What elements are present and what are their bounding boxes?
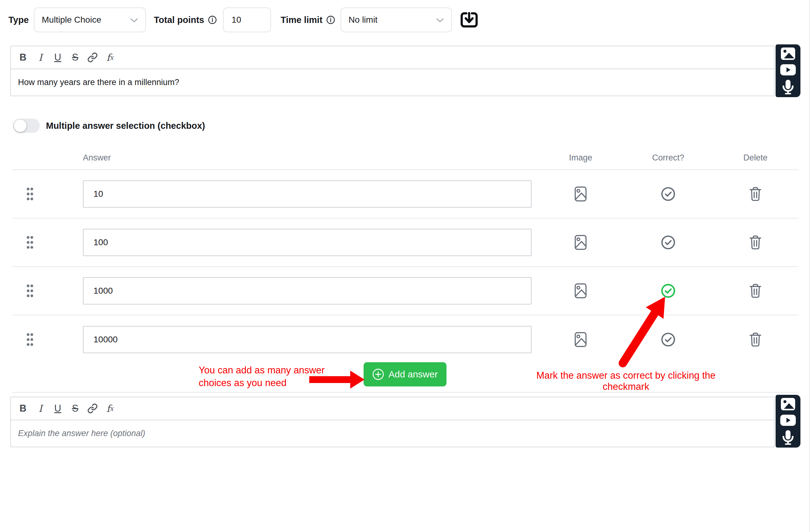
answer-row (12, 267, 799, 315)
strikethrough-button[interactable]: S (69, 401, 81, 416)
answer-column-header: Answer (83, 153, 111, 163)
explanation-input[interactable] (18, 423, 757, 444)
time-limit-label: Time limit (281, 15, 323, 25)
formula-button[interactable]: fx (104, 401, 116, 416)
time-limit-select[interactable]: No limit (341, 7, 452, 32)
total-points-label: Total points (154, 15, 204, 25)
question-type-value: Multiple Choice (42, 15, 101, 25)
microphone-icon[interactable] (782, 79, 794, 94)
explanation-editor-box: B I U S fx (10, 397, 775, 447)
explanation-format-toolbar: B I U S fx (11, 397, 774, 420)
answer-input[interactable] (83, 277, 532, 304)
answers-table: Answer Image Correct? Delete (12, 146, 799, 393)
multiple-answer-toggle-row: Multiple answer selection (checkbox) (13, 119, 205, 133)
italic-button[interactable]: I (34, 50, 46, 65)
answer-image-icon[interactable] (572, 234, 589, 250)
question-media-panel (776, 44, 800, 97)
mark-correct-icon-selected[interactable] (661, 284, 675, 298)
youtube-icon[interactable] (780, 64, 796, 75)
answer-image-icon[interactable] (572, 283, 589, 299)
multiple-answer-toggle-label: Multiple answer selection (checkbox) (46, 121, 205, 131)
answer-input[interactable] (83, 326, 532, 353)
answer-image-icon[interactable] (572, 186, 589, 202)
toggle-knob (14, 120, 26, 132)
image-icon[interactable] (781, 47, 795, 60)
correct-answer-annotation: Mark the answer as correct by clicking t… (516, 370, 736, 392)
question-format-toolbar: B I U S fx (11, 46, 774, 69)
chevron-down-icon (131, 15, 138, 25)
quiz-question-editor: Type Multiple Choice Total points Time l… (0, 0, 811, 532)
bold-button[interactable]: B (17, 50, 29, 65)
youtube-icon[interactable] (780, 415, 796, 426)
explanation-content (11, 420, 774, 447)
image-icon[interactable] (781, 397, 795, 411)
add-answer-annotation: You can add as many answer choices as yo… (199, 364, 325, 389)
add-answer-button-label: Add answer (388, 369, 438, 380)
microphone-icon[interactable] (782, 430, 794, 445)
time-limit-info-icon[interactable] (326, 16, 335, 24)
question-editor-section: B I U S fx How many years are there in a… (10, 46, 800, 97)
chevron-down-icon (436, 15, 444, 25)
delete-answer-icon[interactable] (749, 187, 762, 201)
question-editor-box: B I U S fx How many years are there in a… (10, 46, 775, 96)
strikethrough-button[interactable]: S (69, 50, 81, 65)
answer-input[interactable] (83, 229, 532, 256)
bold-button[interactable]: B (17, 401, 29, 416)
answer-row (12, 315, 799, 364)
underline-button[interactable]: U (52, 401, 64, 416)
add-answer-button[interactable]: Add answer (364, 362, 446, 387)
drag-handle-icon[interactable] (26, 284, 33, 298)
answers-table-header: Answer Image Correct? Delete (12, 146, 799, 170)
download-icon[interactable] (460, 12, 478, 28)
plus-circle-icon (372, 369, 384, 380)
italic-button[interactable]: I (34, 401, 46, 416)
total-points-input[interactable] (223, 7, 271, 32)
drag-handle-icon[interactable] (26, 236, 33, 249)
question-type-select[interactable]: Multiple Choice (34, 7, 146, 32)
delete-answer-icon[interactable] (749, 235, 762, 250)
image-column-header: Image (557, 153, 604, 163)
delete-answer-icon[interactable] (749, 332, 762, 347)
question-settings-bar: Type Multiple Choice Total points Time l… (9, 7, 478, 33)
explanation-editor-section: B I U S fx (10, 397, 800, 448)
time-limit-value: No limit (349, 15, 378, 25)
mark-correct-icon[interactable] (661, 235, 675, 250)
link-icon[interactable] (87, 401, 98, 416)
question-text: How many years are there in a millennium… (18, 78, 179, 87)
answer-row (12, 170, 799, 219)
correct-column-header: Correct? (645, 153, 691, 163)
drag-handle-icon[interactable] (26, 187, 33, 201)
answer-row (12, 219, 799, 267)
total-points-info-icon[interactable] (208, 16, 217, 24)
explanation-media-panel (776, 395, 800, 448)
formula-button[interactable]: fx (104, 50, 116, 65)
question-text-input[interactable]: How many years are there in a millennium… (11, 69, 774, 96)
drag-handle-icon[interactable] (26, 333, 33, 346)
multiple-answer-toggle[interactable] (13, 119, 40, 133)
delete-answer-icon[interactable] (749, 283, 762, 298)
mark-correct-icon[interactable] (661, 187, 675, 201)
type-label: Type (9, 15, 29, 25)
link-icon[interactable] (87, 50, 98, 65)
underline-button[interactable]: U (52, 50, 64, 65)
mark-correct-icon[interactable] (661, 332, 675, 347)
page-right-divider (809, 0, 810, 532)
answer-image-icon[interactable] (572, 331, 589, 348)
delete-column-header: Delete (732, 153, 779, 163)
answer-input[interactable] (83, 180, 532, 208)
